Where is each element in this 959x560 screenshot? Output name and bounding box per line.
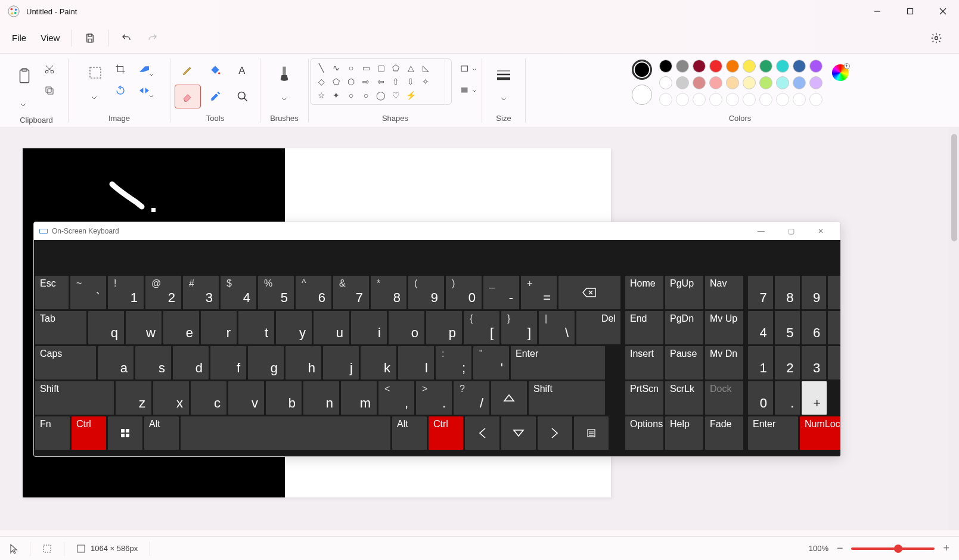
key-fade[interactable]: Fade [705,416,743,450]
key-s[interactable]: s [135,346,171,379]
rotate-icon[interactable] [108,80,132,101]
key-7[interactable]: 7 [748,276,773,309]
key-shift[interactable]: Shift [35,381,114,415]
key-mvup[interactable]: Mv Up [705,311,743,344]
key-pgup[interactable]: PgUp [665,276,703,309]
key-u[interactable]: u [314,311,349,344]
key-[interactable]: <, [378,381,414,415]
key-4[interactable]: $4 [221,276,256,309]
key-pause[interactable]: Pause [665,346,703,379]
redo-icon[interactable] [139,26,166,50]
color-2[interactable] [632,85,652,105]
menu-view[interactable]: View [33,28,67,48]
pencil-tool[interactable] [175,58,201,82]
resize-icon[interactable] [132,58,156,80]
color-swatch[interactable] [726,93,739,106]
fill-tool[interactable] [202,58,228,82]
shape-outline-dropdown[interactable] [457,58,480,80]
key-win[interactable] [108,416,142,450]
color-swatch[interactable] [693,93,706,106]
key-[interactable]: ~` [70,276,106,309]
key-c[interactable]: c [191,381,226,415]
color-swatch[interactable] [793,93,806,106]
color-swatch[interactable] [793,76,806,89]
key-help[interactable]: Help [665,416,703,450]
key-f[interactable]: f [210,346,246,379]
select-button[interactable] [82,58,108,87]
select-dropdown[interactable] [82,87,106,108]
color-swatch[interactable] [659,93,672,106]
key-b[interactable]: b [266,381,302,415]
osk-minimize[interactable]: — [746,222,776,240]
color-swatch[interactable] [793,60,806,73]
undo-icon[interactable] [113,26,139,50]
osk-close[interactable]: ✕ [806,222,836,240]
key-k[interactable]: k [361,346,396,379]
key-fn[interactable]: Fn [35,416,70,450]
key-r[interactable]: r [201,311,237,344]
copy-icon[interactable] [38,80,61,101]
color-swatch[interactable] [709,93,722,106]
key-pgdn[interactable]: PgDn [665,311,703,344]
color-swatch[interactable] [809,76,823,89]
key-[interactable]: :; [436,346,471,379]
color-swatch[interactable] [726,76,739,89]
key-[interactable]: ?/ [454,381,489,415]
key-scrlk[interactable]: ScrLk [665,381,703,415]
key-m[interactable]: m [341,381,377,415]
key-right[interactable] [538,416,572,450]
key-6[interactable]: 6 [802,311,827,344]
color-swatch[interactable] [659,60,672,73]
key-p[interactable]: p [426,311,462,344]
zoom-slider[interactable] [851,547,935,550]
color-1[interactable] [632,60,652,80]
menu-file[interactable]: File [5,28,33,48]
color-swatch[interactable] [776,93,789,106]
key-mvdn[interactable]: Mv Dn [705,346,743,379]
key-space[interactable] [181,416,390,450]
key-a[interactable]: a [98,346,134,379]
key-3[interactable]: 3 [802,346,827,379]
color-swatch[interactable] [743,76,756,89]
key-tab[interactable]: Tab [35,311,86,344]
key-[interactable]: / [828,276,841,309]
key-[interactable]: >. [416,381,452,415]
size-dropdown[interactable] [492,92,516,106]
osk-maximize[interactable]: ▢ [776,222,806,240]
key-t[interactable]: t [238,311,274,344]
key-x[interactable]: x [153,381,189,415]
key-[interactable]: "' [473,346,509,379]
shape-fill-dropdown[interactable] [457,80,480,101]
color-swatch[interactable] [709,76,722,89]
color-swatch[interactable] [743,93,756,106]
color-swatch[interactable] [776,60,789,73]
key-e[interactable]: e [163,311,199,344]
key-[interactable]: += [521,276,557,309]
key-i[interactable]: i [351,311,387,344]
key-9[interactable]: 9 [802,276,827,309]
text-tool[interactable]: A [229,58,256,82]
key-3[interactable]: #3 [183,276,219,309]
key-1[interactable]: !1 [108,276,144,309]
key-l[interactable]: l [398,346,434,379]
color-swatch[interactable] [759,60,772,73]
brush-dropdown[interactable] [272,92,296,106]
osk-titlebar[interactable]: On-Screen Keyboard — ▢ ✕ [34,222,840,240]
cut-icon[interactable] [38,58,61,80]
key-0[interactable]: )0 [446,276,482,309]
key-2[interactable]: @2 [145,276,181,309]
key-[interactable]: * [828,311,841,344]
maximize-button[interactable] [893,0,926,23]
key-[interactable]: }] [501,311,537,344]
color-swatch[interactable] [759,93,772,106]
size-button[interactable] [491,58,517,92]
color-swatch[interactable] [809,60,823,73]
zoom-in-button[interactable]: + [943,542,949,555]
key-insert[interactable]: Insert [625,346,663,379]
key-alt[interactable]: Alt [392,416,427,450]
shapes-gallery[interactable]: ╲∿○▭▢⬠△◺ ◇⬠⬡⇨⇦⇧⇩✧ ☆✦○○◯♡⚡ [310,58,452,105]
key-end[interactable]: End [625,311,663,344]
key-[interactable]: _- [483,276,519,309]
key-down[interactable] [501,416,536,450]
key-0[interactable]: 0 [748,381,773,415]
